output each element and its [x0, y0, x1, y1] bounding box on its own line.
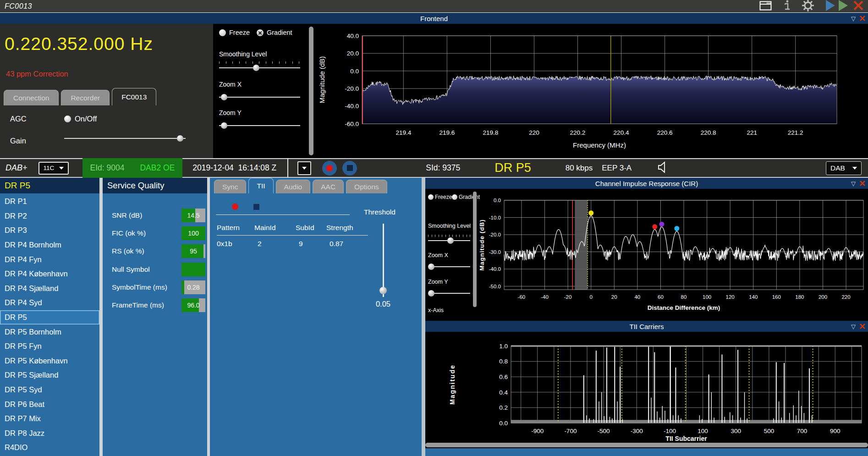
ensemble-status: EId: 9004 DAB2 OE [82, 158, 183, 178]
service-list-item[interactable]: DR P7 Mix [0, 412, 99, 426]
agc-option-label: On/Off [75, 115, 97, 123]
zoom-y-label: Zoom Y [219, 109, 242, 116]
zoom-y-slider[interactable] [219, 122, 300, 129]
agc-label: AGC [10, 115, 27, 123]
svg-text:-900: -900 [531, 428, 544, 434]
service-quality-panel: Service Quality SNR (dB) 14.5 FIC (ok %)… [103, 178, 207, 456]
service-list-item[interactable]: DR P4 Sjælland [0, 281, 99, 296]
svg-text:180: 180 [795, 294, 804, 300]
service-list-header: DR P5 [0, 178, 99, 193]
gradient-checkbox[interactable] [257, 29, 264, 36]
cir-zoom-x-label: Zoom X [428, 252, 448, 258]
cir-gradient-radio[interactable] [452, 194, 457, 200]
chevron-down-icon [59, 167, 64, 170]
right-column: Channel Impulse Response (CIR) ▽ Freeze … [425, 178, 868, 456]
service-list-item[interactable]: DR P4 Syd [0, 296, 99, 310]
band-value: DAB [830, 164, 845, 172]
info-icon[interactable] [784, 0, 790, 12]
record-icon [326, 165, 333, 171]
chevron-down-icon [302, 167, 307, 170]
service-list-item[interactable]: DR P5 Syd [0, 383, 99, 397]
close-panel-icon[interactable] [860, 323, 865, 330]
band-dropdown[interactable]: DAB [826, 161, 862, 175]
ensemble-id-label: EId: 9004 [90, 163, 125, 173]
quality-value [181, 263, 205, 276]
gain-slider[interactable] [64, 135, 186, 142]
agc-radio[interactable] [64, 115, 71, 122]
service-list-item[interactable]: DR P2 [0, 209, 99, 224]
cir-freeze-radio[interactable] [428, 194, 434, 200]
quality-value: 100 [181, 226, 205, 240]
tii-table: PatternMainIdSubIdStrength 0x1b 2 9 0.87 [217, 224, 368, 248]
panel-divider[interactable] [422, 178, 425, 456]
stop-button[interactable] [342, 161, 357, 176]
application-window: FC0013 [0, 0, 868, 456]
tuner-tab[interactable]: Connection [4, 90, 59, 105]
cir-zoom-x-slider[interactable] [428, 263, 470, 270]
service-list-item[interactable]: R4DIO [0, 440, 99, 455]
record-indicator-icon[interactable] [232, 203, 238, 210]
svg-text:-10.0: -10.0 [489, 215, 501, 220]
bitrate-label: 80 kbps [566, 164, 593, 173]
speaker-icon[interactable] [657, 161, 669, 175]
decoder-tab[interactable]: Sync [214, 180, 246, 193]
svg-text:0.6: 0.6 [499, 374, 508, 380]
settings-gear-icon[interactable] [802, 0, 814, 13]
tii-table-header-cell: MainId [254, 224, 296, 232]
quality-value: 14.5 [181, 209, 205, 222]
decoder-tab[interactable]: AAC [313, 180, 344, 193]
service-list-item[interactable]: DR P5 Fyn [0, 339, 99, 354]
threshold-value: 0.05 [371, 300, 395, 308]
service-list-item[interactable]: DR P6 Beat [0, 397, 99, 412]
decoder-tab[interactable]: TII [248, 178, 273, 193]
collapse-panel-icon[interactable]: ▽ [851, 181, 856, 187]
record-button[interactable] [322, 161, 337, 176]
svg-text:219.6: 219.6 [439, 129, 455, 136]
smoothing-slider[interactable] [219, 64, 300, 71]
recorder-dropdown-button[interactable] [297, 161, 311, 175]
tii-table-header-cell: Pattern [217, 224, 254, 232]
channel-dropdown[interactable]: 11C [38, 162, 69, 175]
service-list-item[interactable]: DR P5 København [0, 354, 99, 368]
close-panel-icon[interactable] [860, 180, 865, 187]
service-list-item[interactable]: DR P5 Sjælland [0, 368, 99, 383]
quality-badge: 96.0 [181, 298, 205, 312]
tii-panel-header: TII Carriers ▽ [425, 321, 868, 332]
service-list-item[interactable]: DR P5 [0, 310, 99, 325]
svg-text:219.8: 219.8 [483, 129, 498, 136]
service-list-item[interactable]: DR P1 [0, 194, 99, 209]
cir-scrollbar[interactable] [473, 192, 477, 307]
service-list: DR P1DR P2DR P3DR P4 BornholmDR P4 FynDR… [0, 194, 99, 456]
service-list-item[interactable]: DR P4 Bornholm [0, 238, 99, 253]
horizontal-scrollbar[interactable] [425, 443, 868, 447]
service-list-item[interactable]: DR P5 Bornholm [0, 324, 99, 339]
service-list-item[interactable]: DR P8 Jazz [0, 426, 99, 441]
table-cell: 0x1b [217, 240, 254, 248]
frontend-scrollbar[interactable] [309, 27, 313, 155]
zoom-x-slider[interactable] [219, 93, 300, 101]
quality-row: FrameTime (ms) 96.0 [103, 296, 207, 314]
play-blue-button[interactable] [826, 0, 835, 12]
svg-text:80: 80 [681, 294, 687, 300]
collapse-panel-icon[interactable]: ▽ [851, 16, 856, 22]
freeze-radio[interactable] [219, 29, 226, 36]
stop-indicator-icon[interactable] [253, 204, 259, 210]
smoothing-ticks [219, 61, 300, 64]
window-icon[interactable] [759, 1, 772, 12]
service-list-item[interactable]: DR P3 [0, 223, 99, 238]
tuner-tab[interactable]: Recorder [61, 90, 110, 105]
cir-zoom-y-slider[interactable] [428, 290, 470, 297]
threshold-slider[interactable] [379, 224, 387, 297]
decoder-tab[interactable]: Options [346, 180, 387, 193]
service-list-item[interactable]: DR P4 København [0, 267, 99, 281]
close-panel-icon[interactable] [860, 15, 865, 22]
collapse-panel-icon[interactable]: ▽ [851, 324, 856, 330]
service-list-item[interactable]: DR P4 Fyn [0, 252, 99, 267]
tii-table-row[interactable]: 0x1b 2 9 0.87 [217, 236, 368, 248]
panel-divider[interactable] [99, 178, 103, 456]
cir-smoothing-slider[interactable] [428, 237, 470, 244]
tuner-tab[interactable]: FC0013 [112, 88, 156, 105]
close-button[interactable] [853, 0, 863, 12]
play-green-button[interactable] [839, 0, 848, 12]
decoder-tab[interactable]: Audio [276, 180, 311, 193]
